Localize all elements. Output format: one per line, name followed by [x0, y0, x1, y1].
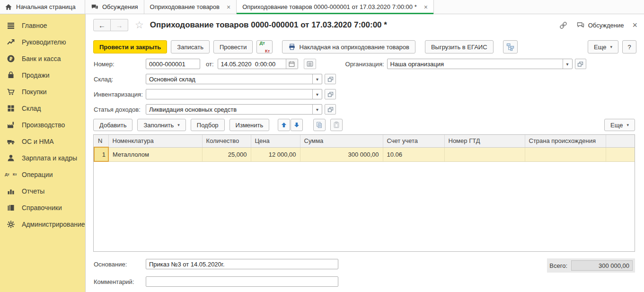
svg-text:₽: ₽	[9, 56, 13, 61]
cell-filler	[606, 147, 635, 161]
form-row-warehouse: Склад: ▾	[94, 74, 644, 84]
warehouse-label: Склад:	[94, 76, 146, 83]
sidebar-item-fixed-assets[interactable]: ОС и НМА	[0, 133, 85, 150]
back-arrow-icon: ←	[98, 21, 106, 29]
cell-quantity[interactable]: 25,000	[202, 147, 251, 161]
col-header-account: Счет учета	[383, 135, 444, 147]
move-down-button[interactable]	[291, 119, 303, 131]
paste-button[interactable]	[330, 119, 343, 131]
sidebar-item-payroll-hr[interactable]: Зарплата и кадры	[0, 150, 85, 166]
col-header-gtd: Номер ГТД	[444, 135, 525, 147]
income-item-open-button[interactable]	[325, 104, 336, 115]
sidebar-item-administration[interactable]: Администрирование	[0, 216, 85, 232]
income-item-input[interactable]	[146, 105, 312, 114]
calendar-icon[interactable]	[286, 59, 298, 69]
help-button[interactable]: ?	[622, 40, 636, 53]
tab-label: Оприходование товаров 0000-000001 от 17.…	[242, 3, 417, 10]
comment-label: Комментарий:	[94, 278, 146, 285]
tab-discussions[interactable]: Обсуждения	[85, 0, 144, 14]
copy-button[interactable]	[313, 119, 326, 131]
forward-button[interactable]: →	[111, 19, 128, 31]
fill-button[interactable]: Заполнить ▾	[137, 119, 185, 131]
print-invoice-button[interactable]: Накладная на оприходование товаров	[282, 40, 415, 53]
date-label: от:	[206, 61, 214, 68]
tab-close-icon[interactable]: ×	[227, 3, 230, 11]
move-up-button[interactable]	[278, 119, 290, 131]
edit-button[interactable]: Изменить	[229, 119, 270, 131]
warehouse-input[interactable]	[146, 75, 312, 83]
tab-document-list[interactable]: Оприходование товаров ×	[144, 0, 237, 14]
sidebar-item-label: Продажи	[22, 71, 49, 79]
cell-country[interactable]	[525, 147, 606, 161]
comment-input[interactable]	[146, 277, 338, 286]
comment-field-wrap	[146, 276, 338, 287]
table-more-button[interactable]: Еще ▾	[604, 119, 635, 131]
document-journal-button[interactable]	[304, 59, 316, 69]
sidebar-item-manager[interactable]: Руководителю	[0, 34, 85, 50]
discussions-icon	[91, 3, 98, 11]
income-item-field-wrap: ▾	[146, 104, 322, 115]
form-row-inventory: Инвентаризация: ▾	[94, 89, 644, 99]
sidebar-item-warehouse[interactable]: Склад	[0, 100, 85, 116]
dropdown-arrow-icon[interactable]: ▾	[312, 105, 322, 114]
table-row[interactable]: 1 Металлолом 25,000 12 000,00 300 000,00…	[94, 147, 635, 161]
sidebar-item-purchases[interactable]: Покупки	[0, 83, 85, 100]
dropdown-arrow-icon[interactable]: ▾	[312, 89, 322, 99]
inventory-input[interactable]	[146, 90, 312, 98]
organization-input[interactable]	[388, 60, 563, 68]
favorite-star-icon[interactable]: ☆	[135, 19, 144, 31]
egais-export-button[interactable]: Выгрузить в ЕГАИС	[425, 40, 494, 53]
discussion-button[interactable]: Обсуждение	[576, 21, 624, 29]
total-value	[571, 260, 633, 271]
inventory-open-button[interactable]	[325, 89, 336, 99]
cell-price[interactable]: 12 000,00	[251, 147, 300, 161]
chevron-down-icon: ▾	[610, 44, 612, 49]
post-button[interactable]: Провести	[213, 40, 253, 53]
sidebar-item-directories[interactable]: Справочники	[0, 199, 85, 216]
cell-nomenclature[interactable]: Металлолом	[108, 147, 202, 161]
sidebar-item-operations[interactable]: ДтКт Операции	[0, 166, 85, 183]
related-documents-button[interactable]	[503, 40, 518, 53]
total-label: Всего:	[549, 262, 567, 269]
more-button[interactable]: Еще ▾	[588, 40, 618, 53]
shopping-bag-icon	[6, 71, 16, 80]
command-toolbar: Провести и закрыть Записать Провести Дт …	[93, 40, 636, 54]
date-input[interactable]	[218, 60, 286, 68]
menu-bars-icon	[6, 21, 16, 30]
cell-sum[interactable]: 300 000,00	[300, 147, 383, 161]
cell-account[interactable]: 10.06	[383, 147, 444, 161]
link-icon[interactable]	[559, 21, 568, 30]
warehouse-open-button[interactable]	[325, 74, 336, 84]
sidebar-item-bank-cash[interactable]: ₽ Банк и касса	[0, 50, 85, 67]
close-form-icon[interactable]: ×	[632, 20, 637, 30]
sidebar-item-sales[interactable]: Продажи	[0, 67, 85, 83]
items-table: N Номенклатура Количество Цена Сумма Сче…	[93, 134, 635, 252]
col-header-n: N	[94, 135, 108, 147]
cell-n[interactable]: 1	[94, 147, 108, 161]
number-input[interactable]	[146, 60, 200, 68]
dt-kt-postings-button[interactable]: Дт Кт	[256, 40, 273, 53]
sidebar: Главное Руководителю ₽ Банк и касса Прод…	[0, 14, 85, 292]
income-item-label: Статья доходов:	[94, 106, 146, 113]
tab-close-icon[interactable]: ×	[424, 3, 428, 11]
col-header-quantity: Количество	[202, 135, 251, 147]
dropdown-arrow-icon[interactable]: ▾	[563, 59, 572, 69]
pick-button[interactable]: Подбор	[191, 119, 225, 131]
post-and-close-button[interactable]: Провести и закрыть	[93, 40, 167, 53]
sidebar-item-production[interactable]: Производство	[0, 116, 85, 133]
sidebar-item-reports[interactable]: Отчеты	[0, 183, 85, 199]
table-more-label: Еще	[610, 122, 623, 129]
sidebar-item-main[interactable]: Главное	[0, 17, 85, 34]
chevron-down-icon: ▾	[626, 123, 629, 127]
organization-open-button[interactable]	[575, 59, 586, 69]
dropdown-arrow-icon[interactable]: ▾	[312, 74, 322, 84]
add-row-button[interactable]: Добавить	[93, 119, 132, 131]
table-toolbar: Добавить Заполнить ▾ Подбор Изменить	[93, 119, 635, 131]
save-button[interactable]: Записать	[171, 40, 210, 53]
basis-input[interactable]	[146, 260, 338, 268]
tab-document-active[interactable]: Оприходование товаров 0000-000001 от 17.…	[237, 0, 434, 14]
cell-gtd[interactable]	[444, 147, 525, 161]
tab-home-page[interactable]: Начальная страница	[0, 0, 85, 14]
back-button[interactable]: ←	[93, 19, 111, 31]
inventory-label: Инвентаризация:	[94, 91, 146, 98]
